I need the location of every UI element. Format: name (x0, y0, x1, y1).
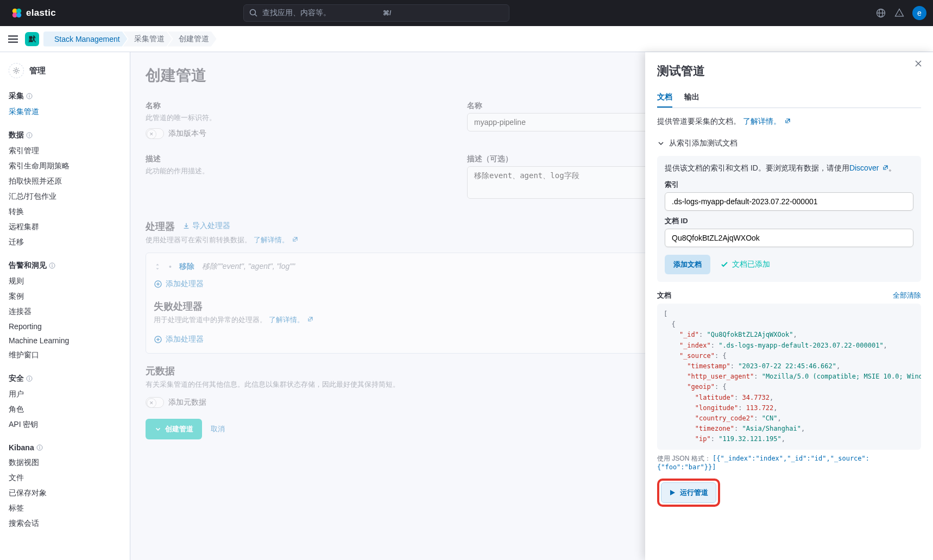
svg-point-3 (16, 12, 21, 17)
fail-learn-more[interactable]: 了解详情。 (269, 316, 314, 324)
close-icon (915, 60, 922, 67)
add-document-button[interactable]: 添加文档 (665, 255, 710, 274)
space-selector[interactable]: 默 (25, 32, 39, 46)
chevron-down-icon (154, 425, 162, 433)
index-input[interactable] (665, 192, 913, 211)
elastic-logo-icon (11, 7, 23, 19)
sidebar-item[interactable]: 搜索会话 (9, 516, 121, 531)
svg-point-13 (15, 70, 17, 72)
drag-icon[interactable] (154, 263, 161, 270)
add-from-index-accordion[interactable]: 从索引添加测试文档 (657, 135, 921, 152)
sidebar-item[interactable]: 案例 (9, 289, 121, 304)
svg-point-9 (899, 14, 900, 15)
globe-icon[interactable] (875, 8, 886, 18)
run-pipeline-button[interactable]: 运行管道 (661, 482, 716, 503)
sidebar-item[interactable]: Reporting (9, 319, 121, 334)
version-toggle[interactable] (146, 128, 164, 139)
desc-help: 此功能的作用描述。 (146, 166, 445, 176)
sidebar-item[interactable]: 转换 (9, 204, 121, 219)
svg-point-27 (39, 446, 40, 447)
sidebar-item[interactable]: 标签 (9, 501, 121, 516)
cancel-button[interactable]: 取消 (211, 419, 225, 439)
tab-documents[interactable]: 文档 (657, 92, 672, 108)
sidebar-item[interactable]: 索引生命周期策略 (9, 159, 121, 174)
popout-icon (292, 236, 298, 243)
flyout-intro-text: 提供管道要采集的文档。 (657, 117, 741, 125)
tab-output[interactable]: 输出 (684, 92, 699, 108)
flyout-title: 测试管道 (657, 63, 921, 79)
sidebar-item[interactable]: 数据视图 (9, 455, 121, 470)
meta-toggle[interactable] (146, 397, 164, 408)
nav-group-head[interactable]: Kibana (9, 440, 121, 455)
svg-rect-12 (8, 41, 18, 42)
sidebar-item[interactable]: 迁移 (9, 235, 121, 250)
flyout-learn-more[interactable]: 了解详情。 (743, 117, 791, 125)
svg-line-5 (255, 14, 257, 16)
avatar[interactable]: e (912, 6, 926, 20)
clear-all-button[interactable]: 全部清除 (893, 291, 921, 300)
search-shortcut: ⌘/ (383, 9, 503, 17)
sidebar-item[interactable]: 汇总/打包作业 (9, 189, 121, 204)
sidebar-item[interactable]: 规则 (9, 274, 121, 289)
sidebar-item[interactable]: 用户 (9, 387, 121, 402)
import-processors[interactable]: 导入处理器 (182, 221, 230, 231)
desc-section-label: 描述 (146, 154, 445, 164)
documents-editor[interactable]: [ { "_id": "Qu8QfokBtZL2AjqWXOok", "_ind… (657, 304, 921, 450)
sidebar-item[interactable]: 拍取快照并还原 (9, 174, 121, 189)
docid-input[interactable] (665, 229, 913, 247)
svg-rect-25 (29, 379, 29, 380)
crumb-stack-management[interactable]: Stack Management (43, 32, 128, 47)
svg-point-21 (52, 264, 53, 265)
sidebar-item[interactable]: 远程集群 (9, 219, 121, 235)
sidebar-item[interactable]: 角色 (9, 402, 121, 417)
breadcrumb: Stack Management 采集管道 创建管道 (43, 32, 217, 47)
sidebar-item[interactable]: 索引管理 (9, 143, 121, 159)
svg-point-24 (29, 377, 30, 378)
name-section-label: 名称 (146, 101, 445, 111)
documents-label: 文档 (657, 291, 671, 300)
sidebar-item[interactable]: 已保存对象 (9, 486, 121, 501)
chevron-down-icon (657, 140, 665, 147)
fail-help: 用于处理此管道中的异常的处理器。 (154, 316, 267, 324)
create-pipeline-button[interactable]: 创建管道 (146, 419, 202, 439)
discover-link[interactable]: Discover (849, 163, 888, 172)
info-icon (36, 444, 43, 451)
sidebar-item[interactable]: API 密钥 (9, 417, 121, 432)
callout-text: 提供该文档的索引和文档 ID。要浏览现有数据，请使用 (665, 163, 849, 172)
svg-rect-10 (8, 35, 18, 36)
nav-group-head[interactable]: 安全 (9, 370, 121, 387)
plus-circle-icon (154, 335, 162, 344)
sidebar-item[interactable]: 采集管道 (9, 104, 121, 119)
processors-learn-more[interactable]: 了解详情。 (254, 236, 299, 244)
svg-rect-28 (39, 448, 40, 449)
docid-label: 文档 ID (665, 216, 913, 226)
plus-circle-icon (154, 280, 162, 288)
nav-group-head[interactable]: 采集 (9, 88, 121, 104)
import-icon (182, 222, 190, 230)
search-placeholder: 查找应用、内容等。 (262, 8, 383, 18)
nav-group-head[interactable]: 数据 (9, 127, 121, 143)
close-flyout[interactable] (915, 60, 925, 71)
sidebar-item[interactable]: Machine Learning (9, 334, 121, 348)
logo[interactable]: elastic (7, 7, 60, 19)
svg-point-18 (29, 134, 30, 135)
check-icon (720, 260, 729, 269)
crumb-create-pipeline: 创建管道 (168, 32, 217, 47)
newsfeed-icon[interactable] (894, 8, 905, 18)
nav-group-head[interactable]: 告警和洞见 (9, 257, 121, 274)
sidebar: 管理 采集 采集管道数据 索引管理索引生命周期策略拍取快照并还原汇总/打包作业转… (0, 52, 130, 560)
info-icon (26, 93, 33, 99)
popout-icon (307, 316, 313, 323)
sidebar-item[interactable]: 维护窗口 (9, 348, 121, 363)
sidebar-item[interactable]: 连接器 (9, 304, 121, 319)
meta-toggle-label: 添加元数据 (168, 398, 206, 407)
json-hint-label: 使用 JSON 格式： (657, 455, 711, 462)
crumb-ingest-pipelines[interactable]: 采集管道 (123, 32, 172, 47)
svg-rect-11 (8, 38, 18, 39)
nav-toggle[interactable] (5, 32, 21, 47)
search-icon (249, 9, 258, 17)
sidebar-item[interactable]: 文件 (9, 470, 121, 486)
processor-desc: 移除""event", "agent", "log"" (202, 262, 295, 272)
test-pipeline-flyout: 测试管道 文档 输出 提供管道要采集的文档。 了解详情。 从索引添加测试文档 提… (645, 52, 933, 560)
global-search[interactable]: 查找应用、内容等。 ⌘/ (243, 4, 509, 22)
